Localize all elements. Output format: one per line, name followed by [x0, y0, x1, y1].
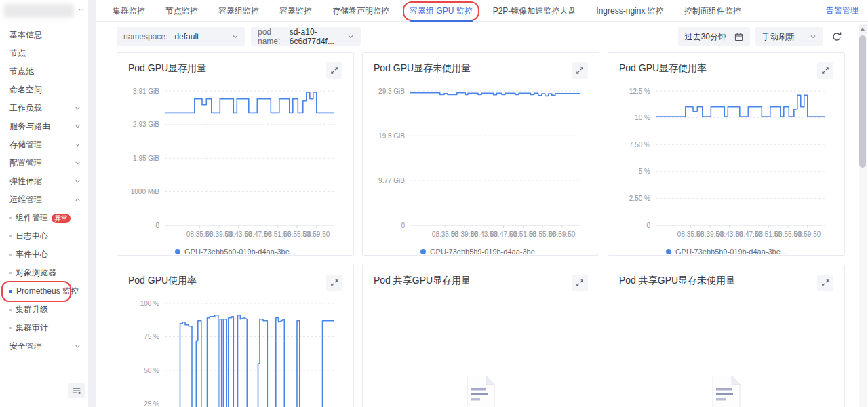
chart-card-pod-gpu-mem-used: Pod GPU显存用量3.91 GiB2.93 GiB1.95 GiB1000 … — [117, 52, 354, 256]
expand-button[interactable] — [572, 62, 588, 79]
tab-pod-monitor[interactable]: 容器组监控 — [218, 0, 259, 22]
svg-text:08:59:50: 08:59:50 — [303, 231, 330, 238]
tab-pvc-monitor[interactable]: 存储卷声明监控 — [332, 0, 389, 22]
svg-text:0: 0 — [401, 222, 405, 229]
sidebar-item-autoscaling[interactable]: 弹性伸缩 — [0, 172, 88, 191]
chart-legend[interactable]: GPU-73ebb5b9-019b-d4aa-3be... — [128, 246, 342, 256]
tab-container-monitor[interactable]: 容器监控 — [279, 0, 312, 22]
expand-button[interactable] — [817, 62, 833, 79]
chevron-down-icon — [347, 33, 354, 40]
sidebar-item-component-mgmt[interactable]: 组件管理异常 — [0, 209, 88, 227]
tab-pod-gpu-monitor[interactable]: 容器组 GPU 监控 — [410, 0, 473, 22]
sidebar-divider — [88, 0, 96, 407]
sidebar-item-config[interactable]: 配置管理 — [0, 154, 88, 172]
chart-card-header: Pod GPU使用率 — [128, 275, 342, 295]
namespace-select[interactable]: namespace: default — [117, 27, 245, 46]
sidebar-item-cluster-upgrade[interactable]: 集群升级 — [0, 301, 88, 319]
chart-canvas[interactable]: 12.5 %10 %7.50 %5 %2.50 %008:35:5008:39:… — [619, 83, 833, 246]
svg-text:1.95 GiB: 1.95 GiB — [133, 155, 159, 162]
chart-legend[interactable]: GPU-73ebb5b9-019b-d4aa-3be... — [374, 246, 588, 256]
sidebar: ·· 基本信息节点节点池命名空间工作负载服务与路由存储管理配置管理弹性伸缩运维管… — [0, 0, 88, 407]
sidebar-item-label: 事件中心 — [16, 249, 48, 260]
charts-grid: Pod GPU显存用量3.91 GiB2.93 GiB1.95 GiB1000 … — [117, 52, 845, 407]
scrollbar-thumb[interactable] — [859, 35, 866, 168]
bullet-icon — [9, 217, 12, 219]
bullet-icon — [9, 254, 12, 256]
tab-cluster-monitor[interactable]: 集群监控 — [113, 0, 145, 22]
sidebar-item-node-pools[interactable]: 节点池 — [0, 62, 88, 81]
chart-card-header: Pod GPU显存使用率 — [619, 62, 833, 83]
sidebar-item-label: 弹性伸缩 — [9, 176, 42, 187]
tab-ingress-nginx-monitor[interactable]: Ingress-nginx 监控 — [596, 0, 663, 22]
sidebar-item-label: 基本信息 — [9, 29, 42, 41]
pod-name-select[interactable]: pod name: sd-a10-6c6d77d4f... — [251, 27, 361, 46]
refresh-controls: 过去30分钟 手动刷新 — [678, 27, 842, 46]
sidebar-item-label: Prometheus 监控 — [16, 286, 79, 297]
tab-label: 容器组监控 — [218, 6, 259, 16]
refresh-button[interactable] — [831, 31, 842, 42]
chart-card-pod-gpu-mem-free: Pod GPU显存未使用量29.3 GiB19.5 GiB9.77 GiB008… — [362, 52, 599, 256]
empty-state: 暂无数据 — [374, 295, 588, 407]
refresh-mode-select[interactable]: 手动刷新 — [755, 27, 823, 46]
sidebar-item-namespaces[interactable]: 命名空间 — [0, 81, 88, 99]
chevron-up-icon — [75, 197, 81, 203]
svg-text:7.50 %: 7.50 % — [629, 141, 650, 149]
svg-text:25 %: 25 % — [144, 400, 159, 407]
chart-title: Pod 共享GPU显存用量 — [374, 275, 471, 287]
sidebar-item-event-center[interactable]: 事件中心 — [0, 246, 88, 264]
sidebar-item-services-routes[interactable]: 服务与路由 — [0, 117, 88, 136]
legend-label: GPU-73ebb5b9-019b-d4aa-3be... — [430, 248, 541, 256]
tab-label: Ingress-nginx 监控 — [596, 6, 663, 16]
time-range-picker[interactable]: 过去30分钟 — [678, 27, 750, 46]
chevron-down-icon — [75, 160, 81, 166]
tab-label: 控制面组件监控 — [684, 6, 741, 16]
svg-text:0: 0 — [646, 222, 650, 229]
sidebar-item-prometheus-monitor[interactable]: Prometheus 监控 — [0, 282, 88, 301]
tab-bar: 集群监控节点监控容器组监控容器监控存储卷声明监控容器组 GPU 监控P2P-镜像… — [113, 0, 741, 22]
scrollbar[interactable] — [859, 24, 867, 407]
sidebar-item-label: 运维管理 — [9, 194, 42, 206]
sidebar-item-ops-management[interactable]: 运维管理 — [0, 191, 88, 209]
chart-canvas[interactable]: 100 %75 %50 %25 %008:35:5008:39:5008:43:… — [128, 295, 342, 407]
expand-button[interactable] — [817, 275, 833, 291]
pod-name-label: pod name: — [258, 27, 284, 46]
refresh-mode-value: 手动刷新 — [762, 31, 795, 43]
sidebar-item-cluster-audit[interactable]: 集群审计 — [0, 319, 88, 337]
alarm-management-link[interactable]: 告警管理 — [826, 5, 859, 16]
sidebar-item-label: 集群审计 — [16, 322, 48, 334]
sidebar-item-label: 工作负载 — [9, 102, 42, 114]
chart-canvas[interactable]: 29.3 GiB19.5 GiB9.77 GiB008:35:5008:39:5… — [374, 83, 588, 246]
calendar-icon — [734, 33, 743, 41]
bullet-icon — [9, 309, 12, 311]
sidebar-item-workloads[interactable]: 工作负载 — [0, 99, 88, 117]
chart-canvas[interactable]: 3.91 GiB2.93 GiB1.95 GiB1000 MiB008:35:5… — [128, 83, 342, 246]
sidebar-item-storage[interactable]: 存储管理 — [0, 136, 88, 154]
scroll-up-button[interactable] — [859, 24, 867, 34]
sidebar-item-label: 服务与路由 — [9, 121, 50, 132]
chart-legend[interactable]: GPU-73ebb5b9-019b-d4aa-3be... — [619, 246, 833, 256]
expand-button[interactable] — [572, 275, 588, 291]
cluster-header: ·· — [0, 0, 88, 22]
tab-p2p-monitor[interactable]: P2P-镜像加速监控大盘 — [493, 0, 576, 22]
sidebar-item-basic-info[interactable]: 基本信息 — [0, 26, 88, 44]
sidebar-item-label: 对象浏览器 — [16, 267, 56, 279]
list-icon — [72, 386, 81, 395]
tab-node-monitor[interactable]: 节点监控 — [165, 0, 198, 22]
chart-card-pod-shared-gpu-mem-free: Pod 共享GPU显存未使用量暂无数据 — [608, 265, 845, 407]
sidebar-item-nodes[interactable]: 节点 — [0, 44, 88, 62]
tab-label: 容器监控 — [279, 6, 312, 16]
expand-button[interactable] — [326, 275, 342, 291]
sidebar-collapse-button[interactable] — [68, 383, 85, 398]
sidebar-item-log-center[interactable]: 日志中心 — [0, 227, 88, 246]
sidebar-item-security[interactable]: 安全管理 — [0, 337, 88, 355]
sidebar-item-object-browser[interactable]: 对象浏览器 — [0, 264, 88, 282]
sidebar-item-label: 节点池 — [9, 66, 34, 77]
chart-card-header: Pod 共享GPU显存用量 — [374, 275, 588, 295]
cluster-name-redacted — [4, 4, 74, 18]
tab-control-plane-monitor[interactable]: 控制面组件监控 — [684, 0, 741, 22]
tab-label: P2P-镜像加速监控大盘 — [493, 6, 576, 16]
expand-button[interactable] — [326, 62, 342, 79]
more-icon[interactable]: ·· — [79, 5, 85, 14]
svg-text:0: 0 — [155, 222, 159, 229]
legend-label: GPU-73ebb5b9-019b-d4aa-3be... — [675, 248, 787, 256]
